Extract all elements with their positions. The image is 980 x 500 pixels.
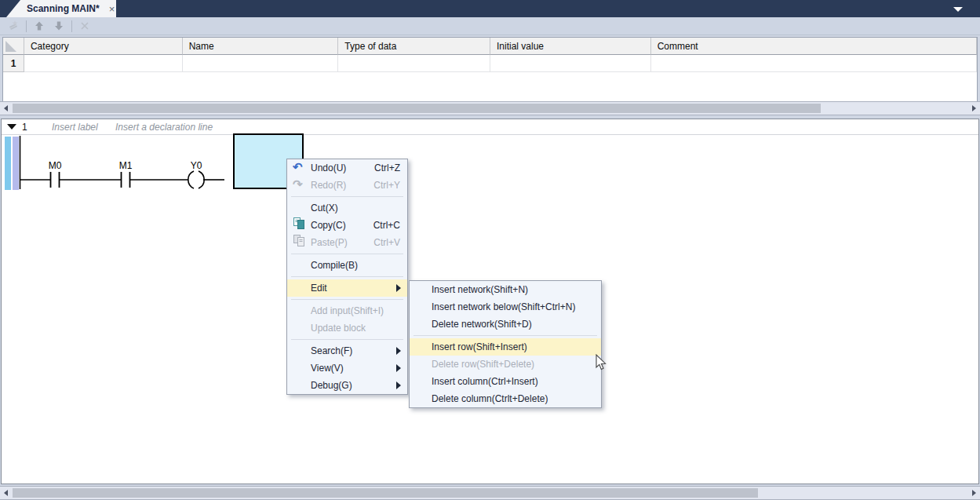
grid-cell[interactable] <box>338 55 490 72</box>
menu-item-label: Debug(G) <box>311 380 352 391</box>
editor-horizontal-scrollbar[interactable] <box>0 486 980 500</box>
menu-item-redo: ↷Redo(R)Ctrl+Y <box>287 177 407 194</box>
menu-item-label: Delete network(Shift+D) <box>432 319 532 330</box>
menu-item-label: Redo(R) <box>311 180 346 191</box>
menu-item-shortcut: Ctrl+C <box>373 217 400 234</box>
undo-icon: ↶ <box>293 159 307 175</box>
grid-cell[interactable] <box>183 55 339 72</box>
scroll-left-icon[interactable] <box>4 105 8 111</box>
scrollbar-thumb[interactable] <box>13 488 758 498</box>
menu-item-insert-network[interactable]: Insert network(Shift+N) <box>410 281 601 298</box>
menu-item-shortcut: Ctrl+V <box>373 234 400 251</box>
submenu-arrow-icon <box>396 364 401 372</box>
contact-m0[interactable]: M0 <box>49 160 62 188</box>
paste-icon <box>293 234 307 250</box>
menu-item-label: Compile(B) <box>311 260 358 271</box>
tab-close-icon[interactable]: × <box>109 4 115 14</box>
menu-separator <box>291 276 403 277</box>
submenu-arrow-icon <box>396 284 401 292</box>
copy-icon <box>293 217 307 232</box>
delete-icon[interactable] <box>78 19 92 33</box>
select-all-corner[interactable] <box>3 38 24 55</box>
grid-cell[interactable] <box>24 55 183 72</box>
column-header-name[interactable]: Name <box>183 38 339 55</box>
menu-item-insert-column[interactable]: Insert column(Ctrl+Insert) <box>410 373 601 390</box>
menu-item-label: Insert row(Shift+Insert) <box>432 341 527 352</box>
menu-item-label: Undo(U) <box>311 162 346 173</box>
menu-item-shortcut: Ctrl+Z <box>374 159 400 177</box>
scrollbar-thumb[interactable] <box>13 104 821 113</box>
tab-overflow-icon[interactable] <box>953 7 963 12</box>
scroll-right-icon[interactable] <box>972 105 976 111</box>
menu-separator <box>291 299 403 300</box>
menu-separator <box>291 339 403 340</box>
scroll-right-icon[interactable] <box>972 490 976 496</box>
column-header-comment[interactable]: Comment <box>651 38 977 55</box>
insert-label-placeholder[interactable]: Insert label <box>52 122 98 133</box>
menu-separator <box>291 254 403 254</box>
menu-item-delete-row: Delete row(Shift+Delete) <box>410 356 601 373</box>
collapse-network-icon[interactable] <box>7 124 16 130</box>
menu-item-label: Paste(P) <box>311 237 348 248</box>
menu-item-label: Insert network below(Shift+Ctrl+N) <box>432 301 575 312</box>
menu-item-label: Delete row(Shift+Delete) <box>432 359 534 370</box>
context-menu: ↶Undo(U)Ctrl+Z↷Redo(R)Ctrl+YCut(X)Copy(C… <box>286 159 408 395</box>
menu-item-undo[interactable]: ↶Undo(U)Ctrl+Z <box>287 159 407 177</box>
menu-item-view[interactable]: View(V) <box>287 359 407 377</box>
grid-horizontal-scrollbar[interactable] <box>0 101 980 115</box>
contact-m1[interactable]: M1 <box>119 160 133 188</box>
menu-item-label: Cut(X) <box>311 203 338 214</box>
menu-item-edit[interactable]: Edit <box>287 279 407 297</box>
mouse-cursor <box>592 354 608 374</box>
toolbar <box>0 17 980 35</box>
toolbar-separator <box>71 20 72 32</box>
menu-item-update-block: Update block <box>287 319 407 337</box>
menu-item-paste: Paste(P)Ctrl+V <box>287 234 407 251</box>
insert-declaration-placeholder[interactable]: Insert a declaration line <box>115 122 213 133</box>
tab-scanning-main[interactable]: Scanning MAIN* × <box>6 0 116 17</box>
menu-item-label: Add input(Shift+I) <box>311 305 384 316</box>
menu-item-insert-row[interactable]: Insert row(Shift+Insert) <box>410 338 601 356</box>
menu-item-delete-column[interactable]: Delete column(Ctrlt+Delete) <box>410 390 601 407</box>
column-header-type-of-data[interactable]: Type of data <box>338 38 490 55</box>
grid-row: 1 <box>3 55 977 72</box>
tab-title: Scanning MAIN* <box>27 3 100 14</box>
menu-item-label: Insert column(Ctrl+Insert) <box>432 376 538 387</box>
toolbar-separator <box>26 20 27 32</box>
menu-item-label: Delete column(Ctrlt+Delete) <box>432 393 548 404</box>
menu-separator <box>291 196 403 197</box>
redo-icon: ↷ <box>293 177 307 192</box>
menu-item-compile[interactable]: Compile(B) <box>287 257 407 274</box>
menu-item-label: Edit <box>311 283 327 294</box>
submenu-arrow-icon <box>396 381 401 389</box>
menu-item-delete-network[interactable]: Delete network(Shift+D) <box>410 316 601 333</box>
move-up-icon[interactable] <box>32 19 46 33</box>
register-label-icon[interactable] <box>6 19 20 33</box>
menu-item-label: Copy(C) <box>311 220 346 231</box>
grid-cell[interactable] <box>490 55 651 72</box>
scroll-left-icon[interactable] <box>4 490 8 496</box>
network-number: 1 <box>22 122 27 133</box>
menu-item-insert-network-below[interactable]: Insert network below(Shift+Ctrl+N) <box>410 298 601 316</box>
move-down-icon[interactable] <box>52 19 66 33</box>
menu-item-label: View(V) <box>311 363 344 374</box>
grid-cell[interactable] <box>651 55 977 72</box>
menu-item-label: Update block <box>311 323 366 334</box>
edit-submenu: Insert network(Shift+N)Insert network be… <box>409 280 602 408</box>
column-header-initial-value[interactable]: Initial value <box>490 38 651 55</box>
row-header[interactable]: 1 <box>3 55 24 72</box>
contact-m1-label: M1 <box>119 160 133 171</box>
menu-item-search[interactable]: Search(F) <box>287 342 407 359</box>
menu-item-cut[interactable]: Cut(X) <box>287 199 407 217</box>
menu-item-debug[interactable]: Debug(G) <box>287 377 407 394</box>
menu-item-label: Insert network(Shift+N) <box>432 284 528 295</box>
submenu-arrow-icon <box>396 347 401 355</box>
column-header-category[interactable]: Category <box>24 38 183 55</box>
label-grid: CategoryNameType of dataInitial valueCom… <box>2 37 978 101</box>
coil-y0[interactable]: Y0 <box>188 160 204 188</box>
menu-item-label: Search(F) <box>311 345 352 356</box>
menu-item-copy[interactable]: Copy(C)Ctrl+C <box>287 217 407 234</box>
contact-m0-label: M0 <box>49 160 62 171</box>
coil-y0-label: Y0 <box>191 160 202 171</box>
network-header: 1 Insert label Insert a declaration line <box>2 119 978 135</box>
